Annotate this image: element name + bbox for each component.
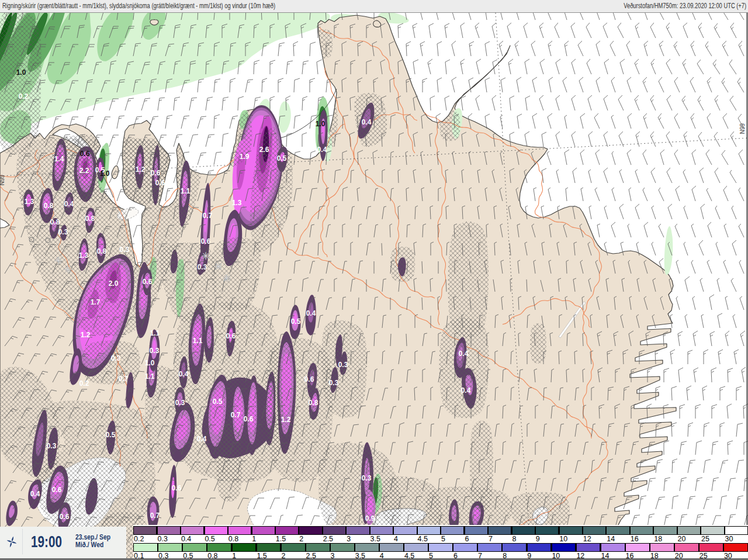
- svg-text:1.9: 1.9: [240, 153, 250, 161]
- svg-text:0.8: 0.8: [309, 399, 318, 407]
- svg-text:0.6: 0.6: [60, 513, 70, 521]
- svg-text:✳: ✳: [64, 264, 72, 275]
- svg-text:0.6: 0.6: [226, 332, 236, 340]
- svg-text:0.8: 0.8: [44, 202, 54, 210]
- svg-text:0.5: 0.5: [106, 431, 116, 439]
- svg-text:1.2: 1.2: [281, 416, 291, 424]
- svg-text:0.6: 0.6: [201, 237, 211, 246]
- svg-text:0.6: 0.6: [80, 150, 90, 158]
- svg-text:1.3: 1.3: [232, 199, 242, 207]
- svg-text:0.6: 0.6: [244, 415, 254, 423]
- svg-text:1.0: 1.0: [16, 68, 26, 77]
- svg-text:0.3: 0.3: [338, 361, 348, 369]
- svg-text:✳: ✳: [223, 273, 231, 284]
- svg-text:✳: ✳: [214, 261, 223, 272]
- svg-text:1.0: 1.0: [316, 120, 325, 128]
- svg-text:0.3: 0.3: [150, 347, 160, 355]
- svg-text:N99: N99: [0, 174, 5, 185]
- svg-text:0.9: 0.9: [365, 514, 375, 523]
- svg-text:0.8: 0.8: [97, 247, 107, 255]
- svg-text:1.0: 1.0: [100, 170, 110, 178]
- svg-text:1.1: 1.1: [150, 329, 160, 337]
- svg-text:2.0: 2.0: [109, 279, 119, 288]
- svg-text:0.7: 0.7: [203, 212, 213, 220]
- svg-text:1.7: 1.7: [91, 298, 101, 306]
- svg-text:0.8: 0.8: [50, 218, 60, 226]
- svg-text:0.4: 0.4: [64, 200, 74, 208]
- svg-text:0.6: 0.6: [143, 278, 153, 286]
- svg-text:0.4: 0.4: [179, 370, 189, 378]
- svg-text:0.2: 0.2: [19, 92, 29, 101]
- svg-text:0.3: 0.3: [329, 379, 339, 387]
- svg-text:0.6: 0.6: [172, 484, 182, 492]
- svg-text:0.5: 0.5: [277, 154, 287, 163]
- svg-text:1.1: 1.1: [193, 337, 203, 345]
- svg-text:0.7: 0.7: [231, 411, 241, 419]
- svg-text:0.3: 0.3: [111, 354, 121, 362]
- svg-text:0.5: 0.5: [291, 317, 301, 326]
- svg-text:0.6: 0.6: [155, 179, 165, 187]
- svg-text:2.2: 2.2: [79, 167, 89, 175]
- svg-text:0.4: 0.4: [306, 309, 316, 317]
- svg-text:0.7: 0.7: [150, 511, 160, 520]
- svg-text:1.2: 1.2: [136, 165, 146, 174]
- svg-text:0.3: 0.3: [120, 246, 130, 254]
- svg-text:0.7: 0.7: [119, 375, 129, 383]
- svg-text:0.6: 0.6: [52, 486, 62, 494]
- svg-text:0.4: 0.4: [197, 435, 207, 443]
- svg-text:0.3: 0.3: [47, 442, 57, 450]
- svg-text:0.8: 0.8: [85, 215, 95, 223]
- svg-text:0.5: 0.5: [213, 397, 223, 406]
- svg-text:0.4: 0.4: [317, 146, 327, 154]
- svg-text:1.4: 1.4: [54, 155, 64, 163]
- svg-text:0.3: 0.3: [175, 399, 185, 407]
- svg-text:N99: N99: [739, 123, 746, 134]
- svg-text:0.4: 0.4: [30, 490, 40, 498]
- svg-text:0.2: 0.2: [79, 379, 89, 388]
- svg-text:0.3: 0.3: [198, 263, 207, 271]
- svg-text:0.4: 0.4: [362, 118, 372, 126]
- svg-text:1.3: 1.3: [25, 198, 34, 206]
- svg-text:1.0: 1.0: [145, 359, 155, 367]
- svg-text:0.4: 0.4: [461, 386, 471, 395]
- svg-text:✳: ✳: [202, 251, 210, 262]
- svg-text:2.6: 2.6: [259, 146, 269, 154]
- svg-text:0.6: 0.6: [304, 375, 314, 383]
- svg-text:0.4: 0.4: [459, 350, 469, 358]
- svg-text:✳: ✳: [54, 255, 63, 267]
- svg-text:1.1: 1.1: [145, 372, 155, 381]
- svg-text:1.2: 1.2: [81, 331, 91, 339]
- svg-text:1.1: 1.1: [181, 187, 191, 195]
- svg-text:1.3: 1.3: [79, 251, 89, 260]
- svg-text:0.3: 0.3: [362, 474, 372, 482]
- svg-text:0.3: 0.3: [58, 228, 68, 236]
- svg-text:0.6: 0.6: [151, 169, 161, 177]
